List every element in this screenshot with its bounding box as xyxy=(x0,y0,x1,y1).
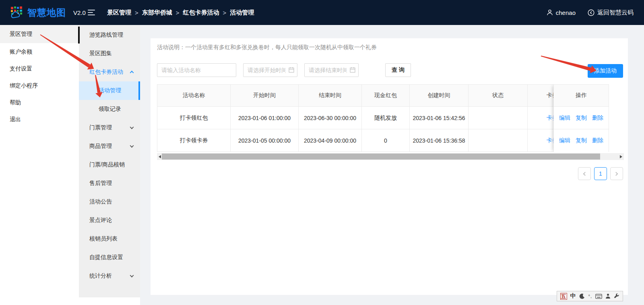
ime-language-icon[interactable]: 中 xyxy=(570,293,576,300)
submenu-label: 门票管理 xyxy=(89,124,112,131)
column-header-cash: 现金红包 xyxy=(362,85,410,107)
copy-link[interactable]: 复制 xyxy=(576,137,587,144)
submenu-item-claim-records[interactable]: 领取记录 xyxy=(79,100,140,118)
page-number-button[interactable]: 1 xyxy=(594,167,607,180)
submenu-label: 景点评论 xyxy=(89,217,112,224)
chevron-left-icon xyxy=(583,172,587,176)
menu-fold-icon[interactable] xyxy=(88,10,96,15)
column-header-start: 开始时间 xyxy=(231,85,299,107)
breadcrumb-item[interactable]: 东部华侨城 xyxy=(142,9,172,17)
horizontal-scrollbar xyxy=(157,153,624,160)
return-cloud-button[interactable]: 返回智慧云码 xyxy=(588,9,634,17)
submenu-item-ticket-management[interactable]: 门票管理 xyxy=(79,118,140,137)
ime-wrench-icon[interactable] xyxy=(614,293,619,299)
search-button[interactable]: 查 询 xyxy=(385,63,411,77)
app-title: 智慧地图 xyxy=(27,6,66,19)
submenu-label: 红包卡券活动 xyxy=(89,68,123,76)
submenu-item-redpacket-coupon-activity[interactable]: 红包卡券活动 xyxy=(79,63,140,81)
submenu-item-verifier-list[interactable]: 核销员列表 xyxy=(79,230,140,248)
chevron-down-icon xyxy=(130,125,134,129)
submenu-item-spot-comments[interactable]: 景点评论 xyxy=(79,211,140,230)
ime-keyboard-icon[interactable] xyxy=(595,294,602,299)
submenu-label: 商品管理 xyxy=(89,143,112,150)
submenu-label: 售后管理 xyxy=(89,180,112,187)
start-time-picker[interactable] xyxy=(243,63,297,77)
sidebar-scrollbar-thumb[interactable] xyxy=(78,27,80,44)
cell-start-time: 2023-01-06 01:00:00 xyxy=(231,107,299,129)
cell-created-time: 2023-01-06 15:36:58 xyxy=(410,129,469,152)
submenu-label: 领取记录 xyxy=(99,106,121,113)
actions-cell: 编辑 复制 删除 xyxy=(554,107,609,129)
delete-link[interactable]: 删除 xyxy=(592,137,603,144)
ime-fullwidth-moon-icon[interactable] xyxy=(579,293,585,299)
cell-activity-name: 打卡领红包 xyxy=(157,107,231,129)
submenu-label: 核销员列表 xyxy=(89,235,118,243)
top-navbar: 智慧地图 V2.0 景区管理 > 东部华侨城 > 红包卡券活动 > 活动管理 c… xyxy=(0,0,644,25)
submenu-label: 景区图集 xyxy=(89,50,112,57)
username: chenao xyxy=(556,9,576,16)
submenu-label: 活动公告 xyxy=(89,198,112,205)
prev-page-button[interactable] xyxy=(578,167,591,180)
filter-bar: 查 询 xyxy=(157,63,628,77)
breadcrumb-item[interactable]: 红包卡券活动 xyxy=(183,9,219,17)
sidebar-item-payment-settings[interactable]: 支付设置 xyxy=(0,60,79,77)
submenu-item-ticket-product-verification[interactable]: 门票/商品核销 xyxy=(79,156,140,174)
chevron-down-icon xyxy=(130,144,134,148)
user-menu[interactable]: chenao xyxy=(547,9,576,16)
breadcrumb-separator: > xyxy=(135,9,138,16)
submenu-item-scenic-gallery[interactable]: 景区图集 xyxy=(79,44,140,63)
pagination: 1 xyxy=(151,167,623,180)
activity-table: 活动名称 开始时间 结束时间 现金红包 创建时间 状态 卡券管理 打卡领红包 2… xyxy=(157,84,609,152)
column-header-end: 结束时间 xyxy=(299,85,362,107)
breadcrumb-separator: > xyxy=(176,9,180,16)
ime-wubi-icon[interactable]: 五 xyxy=(560,293,567,300)
scroll-right-arrow[interactable] xyxy=(618,153,624,160)
submenu-label: 自提信息设置 xyxy=(89,254,123,261)
activity-table-container: 活动名称 开始时间 结束时间 现金红包 创建时间 状态 卡券管理 打卡领红包 2… xyxy=(157,84,609,152)
submenu-label: 游览路线管理 xyxy=(89,31,123,39)
app-window: 智慧地图 V2.0 景区管理 > 东部华侨城 > 红包卡券活动 > 活动管理 c… xyxy=(0,0,644,305)
cell-cash-redpacket: 随机发放 xyxy=(362,107,410,129)
return-icon xyxy=(588,9,594,16)
breadcrumb-item[interactable]: 景区管理 xyxy=(107,9,131,17)
brand: 智慧地图 V2.0 xyxy=(10,6,79,19)
submenu-item-activity-announcements[interactable]: 活动公告 xyxy=(79,193,140,211)
sidebar-item-scenic-management[interactable]: 景区管理 xyxy=(0,25,79,43)
table-row: 打卡领红包 2023-01-06 01:00:00 2023-06-30 00:… xyxy=(157,107,609,129)
navbar-right: chenao 返回智慧云码 xyxy=(547,9,634,17)
end-time-picker[interactable] xyxy=(304,63,359,77)
submenu-item-product-management[interactable]: 商品管理 xyxy=(79,137,140,156)
sidebar-item-account-balance[interactable]: 账户余额 xyxy=(0,43,79,60)
end-time-input[interactable] xyxy=(304,63,359,77)
start-time-input[interactable] xyxy=(243,63,297,77)
edit-link[interactable]: 编辑 xyxy=(559,137,570,144)
sidebar-item-help[interactable]: 帮助 xyxy=(0,94,79,111)
submenu-item-statistics[interactable]: 统计分析 xyxy=(79,267,140,285)
chevron-down-icon xyxy=(130,274,134,278)
activity-name-input[interactable] xyxy=(157,63,236,77)
chevron-right-icon xyxy=(614,172,618,176)
delete-link[interactable]: 删除 xyxy=(592,114,603,122)
edit-link[interactable]: 编辑 xyxy=(559,114,570,122)
column-header-created: 创建时间 xyxy=(410,85,469,107)
ime-user-icon[interactable] xyxy=(605,293,611,299)
submenu-item-tour-routes[interactable]: 游览路线管理 xyxy=(79,26,140,44)
submenu-item-pickup-info-settings[interactable]: 自提信息设置 xyxy=(79,248,140,267)
copy-link[interactable]: 复制 xyxy=(576,114,587,122)
activity-note: 活动说明：一个活动里有多红和多张兑换卷时，每人只能领取一次随机从中领取一个礼券 xyxy=(157,44,628,51)
next-page-button[interactable] xyxy=(610,167,623,180)
cell-activity-name: 打卡领卡券 xyxy=(157,129,231,152)
sidebar-item-logout[interactable]: 退出 xyxy=(0,111,79,128)
submenu-label: 统计分析 xyxy=(89,272,112,280)
scrollbar-thumb[interactable] xyxy=(162,154,600,160)
submenu-item-aftersales-management[interactable]: 售后管理 xyxy=(79,174,140,193)
submenu-item-activity-management[interactable]: 活动管理 xyxy=(79,81,140,100)
return-label: 返回智慧云码 xyxy=(597,9,634,17)
ime-punctuation-icon[interactable]: °, xyxy=(588,294,592,299)
add-activity-button[interactable]: 添加活动 xyxy=(588,64,623,78)
breadcrumb-item[interactable]: 活动管理 xyxy=(230,9,254,17)
chevron-up-icon xyxy=(130,71,134,75)
breadcrumb: 景区管理 > 东部华侨城 > 红包卡券活动 > 活动管理 xyxy=(107,9,254,17)
primary-sidebar: 景区管理 账户余额 支付设置 绑定小程序 帮助 退出 xyxy=(0,25,79,305)
sidebar-item-bind-miniprogram[interactable]: 绑定小程序 xyxy=(0,77,79,94)
